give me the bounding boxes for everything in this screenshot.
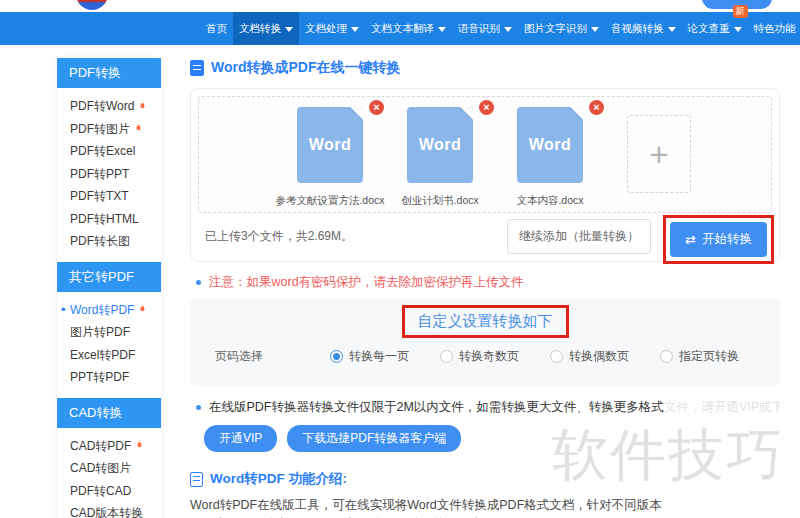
file-card: Word×创业计划书.docx — [407, 107, 473, 212]
sidebar-item[interactable]: PDF转TXT — [57, 185, 161, 208]
nav-item-label: 论文查重 — [688, 22, 730, 36]
sidebar-item-label: PDF转PPT — [70, 163, 129, 186]
radio-option[interactable]: 转换每一页 — [330, 348, 412, 365]
nav-item-label: 特色功能 — [754, 22, 796, 36]
sidebar-section-header: PDF转换 — [57, 58, 161, 88]
word-file-icon: Word — [297, 107, 363, 183]
upload-dropzone[interactable]: Word×参考文献设置方法.docxWord×创业计划书.docxWord×文本… — [198, 96, 772, 213]
folded-corner — [350, 107, 363, 120]
word-icon-label: Word — [419, 136, 462, 154]
close-icon[interactable]: × — [589, 100, 604, 115]
caret-down-icon — [504, 27, 512, 32]
radio-option-label: 转换每一页 — [349, 348, 409, 365]
nav-item-8[interactable]: 论文查重新 — [682, 12, 748, 45]
nav-item-1[interactable]: 首页 — [200, 12, 233, 45]
radio-icon — [550, 350, 563, 363]
sidebar-item[interactable]: PDF转CAD — [57, 480, 161, 503]
sidebar-item[interactable]: CAD转图片 — [57, 457, 161, 480]
nav-item-3[interactable]: 文档处理 — [299, 12, 365, 45]
page-title-row: Word转换成PDF在线一键转换 — [190, 58, 780, 78]
sidebar-section-list: PDF转WordPDF转图片PDF转ExcelPDF转PPTPDF转TXTPDF… — [57, 88, 161, 262]
caret-down-icon — [285, 27, 293, 32]
word-file-icon: Word — [517, 107, 583, 183]
caret-down-icon — [668, 27, 676, 32]
sidebar-item[interactable]: •Word转PDF — [57, 299, 161, 322]
file-size-note: 在线版PDF转换器转换文件仅限于2M以内文件，如需转换更大文件、转换更多格式 文… — [190, 399, 780, 416]
nav-item-5[interactable]: 语音识别 — [452, 12, 518, 45]
sidebar-item-label: PDF转图片 — [70, 118, 130, 141]
file-size-note-obscured: 文件，请开通VIP或下载客户端 — [664, 399, 780, 416]
close-icon[interactable]: × — [369, 100, 384, 115]
sidebar-item-label: CAD转PDF — [70, 435, 131, 458]
sidebar: PDF转换PDF转WordPDF转图片PDF转ExcelPDF转PPTPDF转T… — [57, 58, 161, 518]
sidebar-item[interactable]: PDF转Word — [57, 95, 161, 118]
upload-area: Word×参考文献设置方法.docxWord×创业计划书.docxWord×文本… — [190, 88, 780, 262]
sidebar-item[interactable]: PPT转PDF — [57, 366, 161, 389]
sidebar-item[interactable]: PDF转Excel — [57, 140, 161, 163]
radio-icon — [440, 350, 453, 363]
sidebar-item-label: PDF转CAD — [70, 480, 131, 503]
settings-title-wrap: 自定义设置转换如下 — [190, 305, 780, 338]
sidebar-item[interactable]: Excel转PDF — [57, 344, 161, 367]
word-icon-label: Word — [529, 136, 572, 154]
sidebar-item-label: PDF转HTML — [70, 208, 139, 231]
vip-buttons-row: 开通VIP 下载迅捷PDF转换器客户端 — [204, 425, 780, 452]
plus-icon: + — [649, 137, 669, 171]
active-bullet: • — [61, 299, 66, 322]
word-file-icon: Word — [407, 107, 473, 183]
document-outline-icon — [190, 472, 203, 487]
sidebar-item-label: Excel转PDF — [70, 344, 135, 367]
sidebar-item[interactable]: PDF转长图 — [57, 230, 161, 253]
download-client-button[interactable]: 下载迅捷PDF转换器客户端 — [287, 425, 461, 452]
sidebar-item-label: PDF转长图 — [70, 230, 130, 253]
nav-item-label: 文档文本翻译 — [371, 22, 434, 36]
convert-button[interactable]: ⇄ 开始转换 — [670, 222, 767, 257]
page-select-row: 页码选择 转换每一页转换奇数页转换偶数页指定页转换 — [190, 348, 780, 365]
sidebar-item[interactable]: PDF转PPT — [57, 163, 161, 186]
radio-option[interactable]: 转换偶数页 — [550, 348, 632, 365]
sidebar-item[interactable]: PDF转HTML — [57, 208, 161, 231]
sidebar-item-label: CAD转图片 — [70, 457, 131, 480]
password-notice: 注意：如果word有密码保护，请去除加密保护再上传文件 — [190, 274, 780, 291]
document-icon — [190, 60, 204, 76]
new-badge: 新 — [733, 5, 748, 18]
intro-title: Word转PDF 功能介绍: — [210, 470, 347, 488]
sidebar-item-label: PPT转PDF — [70, 366, 129, 389]
sidebar-item-label: CAD版本转换 — [70, 502, 143, 518]
word-icon-label: Word — [309, 136, 352, 154]
nav-item-4[interactable]: 文档文本翻译 — [365, 12, 452, 45]
close-icon[interactable]: × — [479, 100, 494, 115]
intro-title-row: Word转PDF 功能介绍: — [190, 470, 780, 488]
folded-corner — [570, 107, 583, 120]
caret-down-icon — [351, 27, 359, 32]
file-card: Word×参考文献设置方法.docx — [297, 107, 363, 212]
radio-option[interactable]: 转换奇数页 — [440, 348, 522, 365]
settings-title[interactable]: 自定义设置转换如下 — [418, 312, 553, 329]
nav-item-label: 音视频转换 — [611, 22, 664, 36]
add-more-button[interactable]: 继续添加（批量转换） — [507, 219, 651, 254]
intro-line-1: Word转PDF在线版工具，可在线实现将Word文件转换成PDF格式文档，针对不… — [190, 496, 780, 515]
site-logo[interactable] — [76, 0, 108, 10]
nav-item-2[interactable]: 文档转换 — [233, 12, 299, 45]
sidebar-item[interactable]: CAD版本转换 — [57, 502, 161, 518]
caret-down-icon — [438, 27, 446, 32]
file-card: Word×文本内容.docx — [517, 107, 583, 212]
sidebar-item[interactable]: 图片转PDF — [57, 321, 161, 344]
sidebar-item[interactable]: PDF转图片 — [57, 118, 161, 141]
flame-icon — [134, 438, 145, 451]
sidebar-item[interactable]: CAD转PDF — [57, 435, 161, 458]
file-size-note-text: 在线版PDF转换器转换文件仅限于2M以内文件，如需转换更大文件、转换更多格式 — [209, 399, 664, 416]
add-file-button[interactable]: + — [627, 115, 691, 193]
nav-item-7[interactable]: 音视频转换 — [605, 12, 682, 45]
upload-footer: 已上传3个文件，共2.69M。 继续添加（批量转换） ⇄ 开始转换 — [191, 212, 779, 261]
open-vip-button[interactable]: 开通VIP — [204, 425, 277, 452]
nav-item-9[interactable]: 特色功能 — [748, 12, 800, 45]
vip-section: 在线版PDF转换器转换文件仅限于2M以内文件，如需转换更大文件、转换更多格式 文… — [190, 399, 780, 452]
upload-status: 已上传3个文件，共2.69M。 — [205, 228, 507, 245]
radio-option[interactable]: 指定页转换 — [660, 348, 742, 365]
nav-item-6[interactable]: 图片文字识别 — [518, 12, 605, 45]
nav-item-label: 语音识别 — [458, 22, 500, 36]
page-select-label: 页码选择 — [215, 348, 330, 365]
sidebar-item-label: PDF转Excel — [70, 140, 135, 163]
caret-down-icon — [734, 27, 742, 32]
